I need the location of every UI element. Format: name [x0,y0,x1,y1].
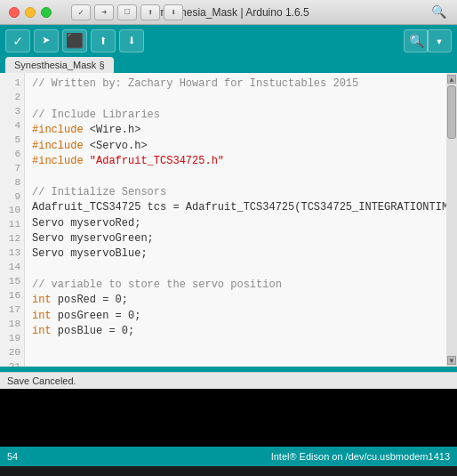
toolbar-left: ✓ ➜ □ ⬆ ⬇ [71,4,183,20]
verify-teal-button[interactable]: ✓ [5,29,30,52]
close-button[interactable] [9,7,20,18]
console-output [0,389,457,447]
file-tab[interactable]: Synesthesia_Mask § [5,57,114,73]
line-number-display: 54 [7,451,18,462]
tab-bar: Synesthesia_Mask § [0,57,457,73]
editor-container: 1 2 3 4 5 6 7 8 9 10 11 12 13 14 15 16 1… [0,73,457,367]
teal-toolbar: ✓ ➤ ⬛ ⬆ ⬇ 🔍 ▾ [0,25,457,57]
scrollbar-thumb[interactable] [447,85,456,139]
dropdown-teal-button[interactable]: ▾ [427,29,452,52]
status-bar: 54 Intel® Edison on /dev/cu.usbmodem1413 [0,447,457,466]
save-status-text: Save Canceled. [7,375,76,386]
scrollbar-up-arrow[interactable]: ▲ [447,75,456,84]
console-status: Save Canceled. [0,372,457,389]
new-button[interactable]: □ [117,4,137,20]
scrollbar[interactable]: ▲ ▼ [446,73,457,367]
save-teal-button[interactable]: ⬇ [119,29,144,52]
verify-button[interactable]: ✓ [71,4,91,20]
line-numbers: 1 2 3 4 5 6 7 8 9 10 11 12 13 14 15 16 1… [0,73,25,367]
upload-teal-button[interactable]: ➤ [34,29,59,52]
title-bar: ✓ ➜ □ ⬆ ⬇ Synesthesia_Mask | Arduino 1.6… [0,0,457,25]
window-controls [9,7,52,18]
minimize-button[interactable] [25,7,36,18]
open-button[interactable]: ⬆ [140,4,160,20]
toolbar-right: 🔍 [429,4,448,20]
code-editor[interactable]: // Written by: Zachary Howard for Instuc… [25,73,446,367]
scrollbar-down-arrow[interactable]: ▼ [447,356,456,365]
open-teal-button[interactable]: ⬆ [91,29,116,52]
save-button[interactable]: ⬇ [164,4,183,20]
board-info: Intel® Edison on /dev/cu.usbmodem1413 [271,451,450,462]
search-button[interactable]: 🔍 [429,4,448,20]
tab-label: Synesthesia_Mask § [14,60,105,70]
debug-teal-button[interactable]: ⬛ [62,29,87,52]
maximize-button[interactable] [41,7,52,18]
upload-button[interactable]: ➜ [94,4,114,20]
search-teal-button[interactable]: 🔍 [404,29,429,52]
